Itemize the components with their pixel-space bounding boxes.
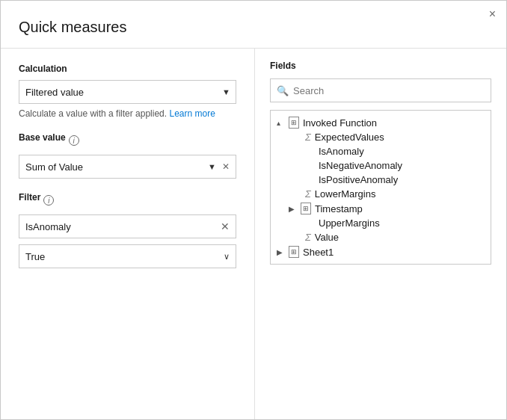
fields-title: Fields bbox=[270, 61, 491, 71]
tree-item[interactable]: ▶IsNegativeAnomaly bbox=[271, 158, 491, 173]
base-value-field[interactable]: Sum of Value ▼ ✕ bbox=[19, 155, 236, 179]
base-value-section: Base value i Sum of Value ▼ ✕ bbox=[19, 132, 236, 179]
tree-item-label: IsAnomaly bbox=[319, 146, 364, 157]
tree-item[interactable]: ▶ΣExpectedValues bbox=[271, 130, 491, 144]
tree-item[interactable]: ▶UpperMargins bbox=[271, 216, 491, 230]
sigma-icon: Σ bbox=[305, 188, 311, 200]
filter-dropdown-arrow-icon: ∨ bbox=[221, 250, 233, 263]
tree-expand-arrow-icon[interactable]: ▶ bbox=[277, 248, 287, 256]
tree-item[interactable]: ▶⊞Sheet1 bbox=[271, 244, 491, 259]
tree-item-label: IsNegativeAnomaly bbox=[319, 160, 402, 171]
tree-item[interactable]: ▶⊞Timestamp bbox=[271, 201, 491, 216]
sigma-icon: Σ bbox=[305, 232, 311, 243]
tree-item-label: Timestamp bbox=[315, 203, 363, 214]
base-value-label: Base value bbox=[19, 132, 66, 143]
tree-item-label: ExpectedValues bbox=[315, 132, 384, 143]
table-icon: ⊞ bbox=[289, 246, 299, 258]
filter-value-dropdown[interactable]: True ∨ bbox=[19, 244, 236, 268]
tree-item-label: IsPositiveAnomaly bbox=[319, 174, 398, 185]
filter-info-icon[interactable]: i bbox=[43, 195, 54, 206]
filter-field-input[interactable] bbox=[25, 221, 218, 232]
base-value-value: Sum of Value bbox=[25, 161, 205, 173]
quick-measures-dialog: × Quick measures Calculation Filtered va… bbox=[0, 0, 507, 420]
base-value-clear-btn[interactable]: ✕ bbox=[219, 160, 233, 173]
base-value-dropdown-btn[interactable]: ▼ bbox=[205, 161, 219, 173]
dialog-body: Calculation Filtered value ▼ Calculate a… bbox=[1, 48, 506, 419]
filter-section: Filter i ✕ True ∨ bbox=[19, 192, 236, 268]
search-box[interactable]: 🔍 bbox=[270, 78, 491, 102]
sigma-icon: Σ bbox=[305, 132, 311, 143]
filter-field-input-wrapper[interactable]: ✕ bbox=[19, 214, 236, 238]
tree-item[interactable]: ▶IsPositiveAnomaly bbox=[271, 173, 491, 187]
filter-label-row: Filter i bbox=[19, 192, 236, 209]
table-icon: ⊞ bbox=[289, 117, 299, 129]
learn-more-link[interactable]: Learn more bbox=[169, 108, 215, 119]
tree-item[interactable]: ▶IsAnomaly bbox=[271, 144, 491, 158]
calculation-section: Calculation Filtered value ▼ Calculate a… bbox=[19, 64, 236, 119]
tree-item[interactable]: ▶ΣLowerMargins bbox=[271, 187, 491, 201]
tree-item-label: Value bbox=[315, 232, 339, 243]
tree-item-label: Invoked Function bbox=[303, 117, 377, 129]
table-icon: ⊞ bbox=[301, 203, 311, 214]
left-panel: Calculation Filtered value ▼ Calculate a… bbox=[1, 49, 255, 419]
base-value-info-icon[interactable]: i bbox=[69, 135, 79, 146]
search-icon: 🔍 bbox=[277, 85, 289, 96]
tree-item-label: Sheet1 bbox=[303, 247, 334, 258]
tree-item-label: UpperMargins bbox=[319, 217, 380, 229]
tree-expand-arrow-icon[interactable]: ▴ bbox=[277, 119, 287, 127]
calculation-hint: Calculate a value with a filter applied.… bbox=[19, 108, 236, 119]
right-panel: Fields 🔍 ▴⊞Invoked Function▶ΣExpectedVal… bbox=[255, 49, 506, 419]
calculation-select[interactable]: Filtered value bbox=[19, 80, 236, 104]
base-value-label-row: Base value i bbox=[19, 132, 236, 149]
calculation-label: Calculation bbox=[19, 64, 236, 74]
calculation-select-wrapper: Filtered value ▼ bbox=[19, 80, 236, 104]
search-input[interactable] bbox=[293, 85, 485, 96]
filter-label: Filter bbox=[19, 192, 40, 203]
tree-item[interactable]: ▶ΣValue bbox=[271, 230, 491, 244]
tree-expand-arrow-icon[interactable]: ▶ bbox=[289, 205, 299, 213]
tree-item[interactable]: ▴⊞Invoked Function bbox=[271, 115, 491, 130]
fields-tree: ▴⊞Invoked Function▶ΣExpectedValues▶IsAno… bbox=[270, 110, 491, 265]
tree-item-label: LowerMargins bbox=[315, 188, 376, 200]
filter-value-text: True bbox=[25, 251, 221, 262]
filter-field-clear-btn[interactable]: ✕ bbox=[218, 220, 233, 233]
close-button[interactable]: × bbox=[486, 7, 499, 22]
dialog-title: Quick measures bbox=[1, 1, 506, 48]
